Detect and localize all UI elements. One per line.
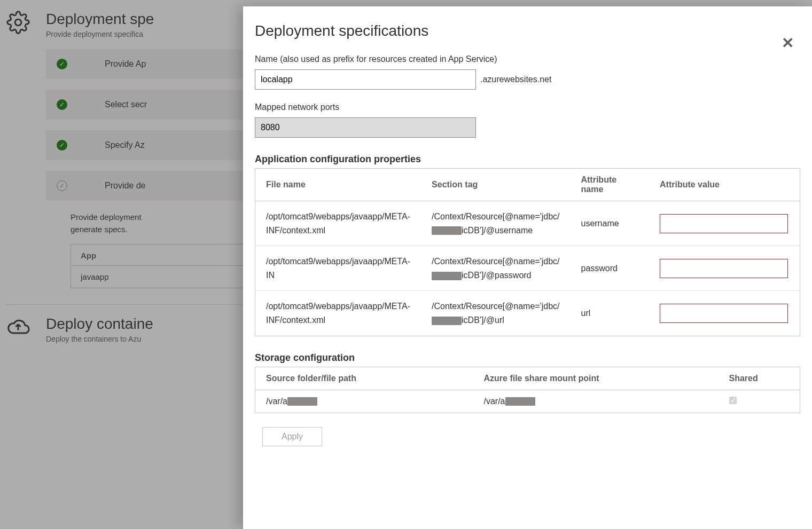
attr-value-input-username[interactable] [660, 214, 788, 233]
cell-file: /opt/tomcat9/webapps/javaapp/META-INF/co… [255, 291, 421, 336]
storage-row: /var/a /var/a [255, 390, 800, 413]
attr-value-input-password[interactable] [660, 259, 788, 278]
name-input[interactable] [255, 69, 476, 90]
app-config-heading: Application configuration properties [255, 154, 800, 165]
cell-file: /opt/tomcat9/webapps/javaapp/META-INF/co… [255, 201, 421, 246]
apply-button[interactable]: Apply [262, 427, 322, 446]
cell-mount: /var/a [473, 390, 719, 413]
ports-field-label: Mapped network ports [255, 102, 800, 112]
cell-src: /var/a [255, 390, 473, 413]
col-src: Source folder/file path [255, 367, 473, 390]
cell-section: /Context/Resource[@name='jdbc/icDB']/@ur… [421, 291, 570, 336]
col-file-name: File name [255, 169, 421, 201]
attr-value-input-url[interactable] [660, 304, 788, 323]
config-row: /opt/tomcat9/webapps/javaapp/META-INF/co… [255, 201, 800, 246]
ports-input [255, 117, 476, 138]
cell-attr: url [570, 291, 649, 336]
redacted-text [287, 397, 317, 406]
cell-file: /opt/tomcat9/webapps/javaapp/META-IN [255, 246, 421, 291]
redacted-text [432, 226, 462, 235]
col-mount: Azure file share mount point [473, 367, 719, 390]
col-section-tag: Section tag [421, 169, 570, 201]
cell-attr: password [570, 246, 649, 291]
shared-checkbox [729, 397, 737, 404]
col-attr-name: Attribute name [570, 169, 649, 201]
col-attr-value: Attribute value [649, 169, 800, 201]
redacted-text [432, 272, 462, 280]
domain-suffix: .azurewebsites.net [480, 75, 551, 84]
deployment-specs-panel: Deployment specifications ✕ Name (also u… [243, 6, 812, 529]
panel-title: Deployment specifications [255, 22, 800, 40]
redacted-text [432, 317, 462, 325]
close-button[interactable]: ✕ [778, 33, 797, 52]
app-config-table: File name Section tag Attribute name Att… [255, 168, 800, 336]
close-icon: ✕ [782, 35, 794, 51]
storage-table: Source folder/file path Azure file share… [255, 367, 800, 413]
config-row: /opt/tomcat9/webapps/javaapp/META-IN /Co… [255, 246, 800, 291]
cell-section: /Context/Resource[@name='jdbc/icDB']/@us… [421, 201, 570, 246]
config-row: /opt/tomcat9/webapps/javaapp/META-INF/co… [255, 291, 800, 336]
cell-attr: username [570, 201, 649, 246]
storage-heading: Storage configuration [255, 352, 800, 364]
cell-section: /Context/Resource[@name='jdbc/icDB']/@pa… [421, 246, 570, 291]
name-field-label: Name (also used as prefix for resources … [255, 54, 800, 64]
col-shared: Shared [719, 367, 800, 390]
redacted-text [505, 397, 535, 406]
